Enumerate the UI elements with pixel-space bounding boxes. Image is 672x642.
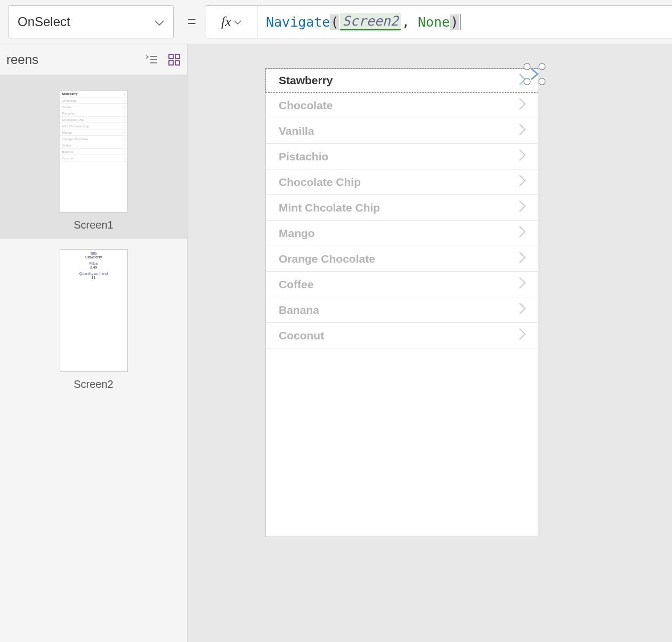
formula-comma: ,	[402, 14, 410, 30]
app-preview[interactable]: Stawberry Chocolate Vanilla Pistachio Ch…	[265, 68, 538, 537]
screen-thumbnail-screen2[interactable]: Title Stawberry Price 2.49 Quantity on h…	[0, 239, 187, 396]
panel-title: reens	[6, 52, 38, 67]
gallery-item[interactable]: Banana	[266, 297, 538, 323]
thumbnail-preview: Stawberry› Chocolate› Vanilla› Pistachio…	[60, 90, 128, 213]
panel-header: reens	[0, 44, 187, 75]
gallery-item-label: Chocolate Chip	[279, 176, 361, 189]
gallery-item-label: Coconut	[279, 329, 324, 342]
thumbnail-label: Screen1	[0, 219, 187, 231]
chevron-right-icon[interactable]	[517, 148, 527, 165]
formula-paren-open: (	[330, 14, 339, 30]
screens-panel: reens	[0, 44, 188, 642]
gallery-item[interactable]: Vanilla	[266, 118, 538, 144]
chevron-right-icon[interactable]	[517, 199, 527, 216]
svg-rect-3	[169, 54, 173, 59]
formula-arg1: Screen2	[340, 13, 400, 30]
list-collapse-icon[interactable]	[144, 54, 158, 66]
formula-input[interactable]: Navigate( Screen2, None )	[257, 5, 672, 38]
gallery-item-label: Coffee	[279, 278, 313, 291]
gallery-item[interactable]: Coffee	[266, 272, 538, 297]
formula-topbar: OnSelect = fx Navigate( Screen2, None )	[0, 0, 672, 44]
chevron-right-icon[interactable]	[517, 327, 527, 344]
gallery-item[interactable]: Orange Chocolate	[266, 246, 538, 272]
svg-point-7	[524, 63, 530, 70]
gallery-item[interactable]: Mint Chcolate Chip	[266, 195, 538, 221]
gallery-item-label: Vanilla	[279, 125, 314, 137]
gallery-item-label: Mint Chcolate Chip	[279, 201, 380, 214]
chevron-right-icon[interactable]	[517, 275, 527, 293]
property-dropdown[interactable]: OnSelect	[9, 5, 174, 38]
formula-paren-close: )	[450, 14, 459, 30]
svg-rect-4	[175, 54, 180, 59]
chevron-right-icon[interactable]	[517, 122, 527, 140]
gallery-item-label: Orange Chocolate	[279, 253, 375, 265]
grid-view-icon[interactable]	[168, 53, 181, 66]
svg-rect-6	[175, 61, 180, 65]
gallery-item[interactable]: Coconut	[266, 323, 538, 348]
svg-rect-5	[169, 61, 173, 65]
svg-point-8	[539, 63, 545, 70]
gallery-item-label: Stawberry	[279, 74, 333, 87]
chevron-down-icon	[233, 17, 242, 28]
gallery-item-label: Pistachio	[279, 150, 328, 163]
gallery-item-selected[interactable]: Stawberry	[265, 68, 538, 93]
thumbnail-list: Stawberry› Chocolate› Vanilla› Pistachio…	[0, 75, 187, 396]
chevron-right-icon[interactable]	[517, 301, 527, 319]
gallery-item[interactable]: Pistachio	[266, 144, 538, 169]
svg-point-10	[539, 78, 545, 85]
thumbnail-preview: Title Stawberry Price 2.49 Quantity on h…	[60, 249, 128, 372]
gallery-item-label: Chocolate	[279, 99, 333, 112]
chevron-right-icon[interactable]	[517, 250, 527, 267]
gallery-item[interactable]: Chocolate	[266, 93, 538, 118]
equals-sign: =	[181, 0, 203, 44]
text-cursor	[460, 14, 460, 30]
chevron-right-icon[interactable]	[517, 224, 527, 242]
chevron-down-icon	[154, 14, 165, 29]
formula-function: Navigate	[266, 14, 330, 30]
thumbnail-label: Screen2	[0, 378, 187, 391]
chevron-right-icon[interactable]	[517, 72, 527, 90]
gallery-item-label: Banana	[279, 304, 319, 316]
design-canvas[interactable]: Stawberry Chocolate Vanilla Pistachio Ch…	[188, 44, 672, 642]
formula-arg2: None	[418, 14, 450, 30]
chevron-right-icon[interactable]	[517, 96, 527, 114]
property-name: OnSelect	[18, 14, 70, 29]
chevron-right-icon[interactable]	[517, 173, 527, 191]
gallery-item[interactable]: Mango	[266, 221, 538, 246]
screen-thumbnail-screen1[interactable]: Stawberry› Chocolate› Vanilla› Pistachio…	[0, 75, 187, 239]
fx-button[interactable]: fx	[206, 5, 257, 38]
gallery-item-label: Mango	[279, 227, 315, 240]
fx-icon: fx	[221, 14, 231, 30]
